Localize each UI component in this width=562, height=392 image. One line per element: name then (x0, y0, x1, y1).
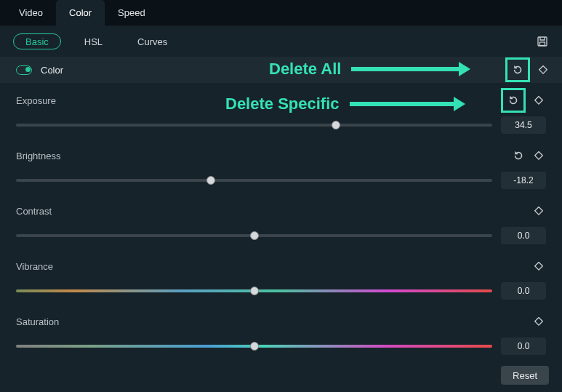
tab-video[interactable]: Video (6, 0, 56, 26)
label-exposure: Exposure (16, 95, 495, 106)
section-color-title: Color (41, 65, 499, 76)
subtab-curves[interactable]: Curves (126, 33, 179, 49)
diamond-icon (534, 262, 543, 271)
label-brightness: Brightness (16, 151, 505, 161)
subtabs: Basic HSL Curves (0, 26, 562, 57)
tab-color[interactable]: Color (56, 0, 105, 26)
keyframe-exposure-button[interactable] (531, 93, 546, 108)
label-saturation: Saturation (16, 316, 526, 327)
toggle-color[interactable] (16, 65, 32, 75)
color-panel: Basic HSL Curves Color Exposu (0, 26, 562, 392)
svg-rect-1 (540, 42, 545, 46)
reset-button[interactable]: Reset (501, 366, 549, 385)
reset-icon (513, 150, 524, 161)
reset-brightness-button[interactable] (511, 148, 526, 163)
slider-saturation[interactable] (16, 340, 492, 352)
keyframe-contrast-button[interactable] (531, 204, 546, 218)
save-icon (537, 36, 548, 47)
diamond-icon (534, 96, 543, 105)
reset-exposure-button[interactable] (506, 93, 521, 108)
slider-thumb[interactable] (332, 121, 340, 129)
label-contrast: Contrast (16, 206, 526, 217)
value-exposure[interactable]: 34.5 (501, 116, 546, 134)
slider-contrast[interactable] (16, 230, 492, 241)
svg-rect-4 (535, 152, 543, 160)
value-brightness[interactable]: -18.2 (501, 172, 546, 189)
slider-thumb[interactable] (206, 176, 215, 185)
reset-icon (507, 95, 519, 106)
label-vibrance: Vibrance (16, 261, 526, 272)
param-exposure: Exposure 34.5 (0, 83, 562, 138)
keyframe-brightness-button[interactable] (531, 148, 546, 163)
svg-rect-6 (535, 263, 543, 271)
diamond-icon (534, 207, 543, 215)
diamond-icon (539, 65, 547, 74)
slider-thumb[interactable] (250, 287, 259, 295)
section-color-header: Color (0, 57, 562, 83)
slider-thumb[interactable] (250, 231, 259, 240)
value-vibrance[interactable]: 0.0 (501, 282, 546, 300)
reset-all-highlight (505, 57, 530, 82)
keyframe-vibrance-button[interactable] (531, 259, 546, 273)
reset-exposure-highlight (501, 88, 526, 113)
slider-exposure[interactable] (16, 119, 492, 131)
slider-thumb[interactable] (250, 342, 259, 351)
svg-rect-3 (535, 97, 543, 105)
footer: Reset (501, 366, 549, 385)
param-brightness: Brightness -18.2 (0, 138, 562, 193)
value-contrast[interactable]: 0.0 (501, 227, 546, 244)
diamond-icon (534, 151, 543, 160)
diamond-icon (534, 317, 543, 326)
subtab-basic[interactable]: Basic (13, 33, 61, 49)
keyframe-saturation-button[interactable] (531, 314, 546, 329)
reset-icon (512, 64, 523, 76)
slider-brightness[interactable] (16, 175, 492, 186)
param-contrast: Contrast 0.0 (0, 193, 562, 249)
save-preset-button[interactable] (534, 33, 550, 49)
svg-rect-7 (535, 318, 543, 326)
slider-vibrance[interactable] (16, 285, 492, 297)
svg-rect-5 (535, 207, 543, 215)
param-saturation: Saturation 0.0 (0, 304, 562, 359)
tabs-main: Video Color Speed (0, 0, 562, 26)
tab-speed[interactable]: Speed (105, 0, 158, 26)
param-vibrance: Vibrance 0.0 (0, 249, 562, 304)
svg-rect-0 (538, 37, 547, 46)
svg-rect-2 (539, 66, 547, 74)
keyframe-all-button[interactable] (536, 63, 550, 77)
subtab-hsl[interactable]: HSL (73, 33, 114, 49)
value-saturation[interactable]: 0.0 (501, 337, 546, 355)
reset-all-button[interactable] (510, 63, 525, 77)
